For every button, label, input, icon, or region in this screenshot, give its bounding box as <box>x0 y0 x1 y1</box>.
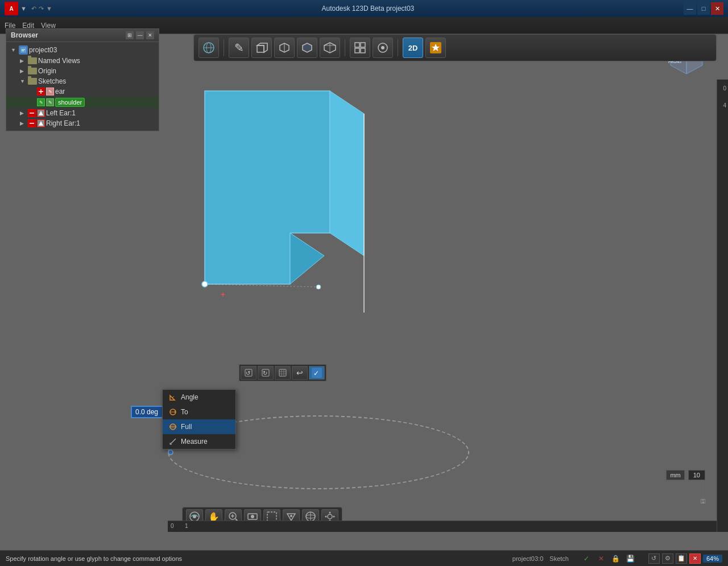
sketches-arrow: ▼ <box>20 78 27 84</box>
svg-line-60 <box>170 439 176 444</box>
status-error-icon[interactable]: ✕ <box>689 553 701 564</box>
dropdown-measure-item[interactable]: Measure <box>163 434 235 449</box>
toolbar-3dview-btn[interactable] <box>251 38 272 58</box>
status-icon-1[interactable]: ↺ <box>648 553 660 564</box>
window-title: Autodesk 123D Beta project03 <box>52 5 684 13</box>
toolbar-2d-btn[interactable]: 2D <box>403 38 423 58</box>
angle-icon <box>168 393 177 402</box>
svg-rect-12 <box>361 43 365 47</box>
ruler-bottom: 0 1 <box>168 521 717 532</box>
logo-area: A ▼ ↶ ↷ ▼ <box>5 2 52 15</box>
tree-item-left-ear[interactable]: ▶ Left Ear:1 <box>6 108 159 118</box>
browser-min-btn[interactable]: — <box>136 31 144 39</box>
toolbar-sep-3 <box>398 39 398 56</box>
tree-item-sketches[interactable]: ▼ Sketches <box>6 76 159 86</box>
left-ear-label: Left Ear:1 <box>46 109 76 117</box>
left-ear-icon2 <box>37 109 45 117</box>
quick-access: ▼ <box>20 5 27 12</box>
measure-icon <box>168 437 177 446</box>
svg-marker-4 <box>257 43 267 52</box>
svg-point-81 <box>333 516 335 518</box>
sketches-folder-icon <box>28 78 37 85</box>
status-right-icons: ↺ ⚙ 📋 ✕ 64% <box>648 553 722 564</box>
mini-accept-btn[interactable]: ✓ <box>309 366 325 380</box>
ruler-indicator-box: 1 <box>701 499 705 503</box>
toolbar-sep-1 <box>224 39 224 56</box>
tree-item-project[interactable]: ▼ project03 <box>6 44 159 56</box>
tree-item-named-views[interactable]: ▶ Named Views <box>6 56 159 66</box>
status-icon-2[interactable]: ⚙ <box>662 553 673 564</box>
project-info: project03:0 Sketch <box>512 555 569 562</box>
measure-unit-label: mm <box>666 470 684 480</box>
dropdown-to-item[interactable]: To <box>163 405 235 419</box>
measure-value: 10 <box>688 470 705 480</box>
svg-marker-35 <box>290 233 324 284</box>
cross-indicator: + <box>221 290 225 299</box>
toolbar-orbit-btn[interactable] <box>373 38 393 58</box>
svg-point-78 <box>329 512 331 514</box>
tree-item-ear[interactable]: ✎ ear <box>6 86 159 97</box>
ear-sketch-icon <box>37 88 45 95</box>
tree-item-right-ear[interactable]: ▶ Right Ear:1 <box>6 118 159 128</box>
rotation-handle-left[interactable] <box>168 450 173 455</box>
svg-rect-14 <box>361 48 365 53</box>
svg-text:↻: ↻ <box>263 370 267 376</box>
close-button[interactable]: ✕ <box>711 2 723 15</box>
svg-marker-7 <box>303 43 312 52</box>
svg-point-16 <box>381 46 384 49</box>
project-arrow: ▼ <box>11 47 18 53</box>
tree-item-origin[interactable]: ▶ Origin <box>6 66 159 76</box>
browser-grid-btn[interactable]: ⊞ <box>126 31 134 39</box>
toolbar-star-btn[interactable] <box>425 38 446 58</box>
svg-point-80 <box>325 516 327 518</box>
ruler-bottom-val-1: 1 <box>185 523 188 529</box>
app-logo: A <box>5 2 18 15</box>
right-ear-label: Right Ear:1 <box>46 119 80 127</box>
right-ear-arrow: ▶ <box>20 120 27 126</box>
browser-header: Browser ⊞ — ✕ <box>6 29 159 42</box>
more-icon[interactable]: ▼ <box>46 5 52 12</box>
mini-rotate-back-btn[interactable]: ↺ <box>241 366 257 380</box>
svg-rect-44 <box>279 369 286 376</box>
toolbar-home-btn[interactable] <box>198 38 219 58</box>
toolbar-frame-btn[interactable] <box>350 38 370 58</box>
toolbar-pencil-btn[interactable]: ✎ <box>229 38 249 58</box>
status-save-btn[interactable]: 💾 <box>624 553 637 564</box>
ear-edit-icon: ✎ <box>46 88 54 95</box>
mini-grid-btn[interactable] <box>275 366 291 380</box>
angle-dropdown-menu: Angle To Full Measure <box>162 389 236 450</box>
svg-text:✓: ✓ <box>313 369 319 377</box>
statusbar: Specify rotation angle or use glyph to c… <box>0 550 728 566</box>
status-lock-btn[interactable]: 🔒 <box>610 553 622 564</box>
svg-point-73 <box>290 515 292 517</box>
minimize-button[interactable]: — <box>684 2 696 15</box>
svg-rect-11 <box>355 43 359 47</box>
maximize-button[interactable]: □ <box>697 2 710 15</box>
3d-shape <box>176 74 415 403</box>
named-views-label: Named Views <box>38 57 80 65</box>
mini-undo-btn[interactable]: ↩ <box>292 366 308 380</box>
measurement-area: mm 10 1 <box>666 470 705 503</box>
status-check-btn[interactable]: ✓ <box>580 553 593 564</box>
tree-item-shoulder[interactable]: ✎ ✎ shoulder <box>6 97 159 108</box>
main-toolbar: ✎ <box>193 34 717 61</box>
status-icon-3[interactable]: 📋 <box>676 553 687 564</box>
browser-tree: ▼ project03 ▶ Named Views ▶ Origin <box>6 42 159 131</box>
dropdown-full-item[interactable]: Full <box>163 419 235 434</box>
mini-rotate-fwd-btn[interactable]: ↻ <box>258 366 274 380</box>
redo-icon[interactable]: ↷ <box>39 5 44 13</box>
toolbar-isoview-btn[interactable] <box>320 38 340 58</box>
toolbar-frontview-btn[interactable] <box>297 38 317 58</box>
browser-close-btn[interactable]: ✕ <box>146 31 154 39</box>
status-x-btn[interactable]: ✕ <box>595 553 607 564</box>
toolbar-topview-btn[interactable] <box>274 38 295 58</box>
dropdown-angle-item[interactable]: Angle <box>163 390 235 405</box>
svg-rect-21 <box>22 51 24 51</box>
shoulder-check-icon: ✎ <box>37 98 45 106</box>
undo-icon[interactable]: ↶ <box>31 5 36 13</box>
named-views-arrow: ▶ <box>20 58 27 64</box>
browser-controls: ⊞ — ✕ <box>126 31 154 39</box>
left-ear-arrow: ▶ <box>20 110 27 116</box>
sketch-mode: Sketch <box>549 555 569 562</box>
svg-marker-34 <box>330 91 364 256</box>
